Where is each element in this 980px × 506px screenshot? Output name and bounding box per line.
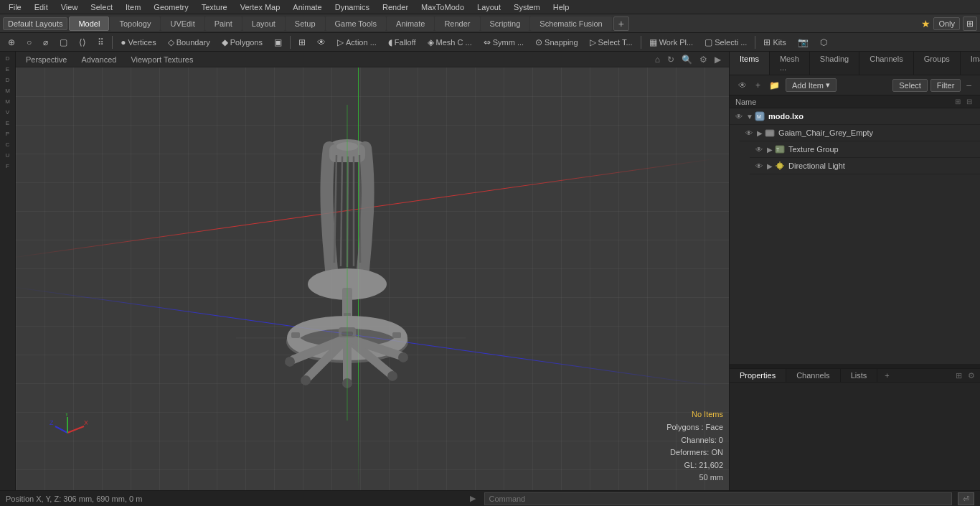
- right-tab-shading[interactable]: Shading: [810, 52, 859, 75]
- tool-circle[interactable]: ○: [22, 35, 37, 50]
- right-tab-groups[interactable]: Groups: [914, 52, 961, 75]
- left-tool-c[interactable]: C: [1, 139, 15, 149]
- prop-expand-icon[interactable]: ⊞: [953, 370, 964, 381]
- vp-zoom-icon[interactable]: 🔍: [679, 54, 694, 65]
- right-tab-mesh[interactable]: Mesh ...: [770, 52, 810, 75]
- menu-view[interactable]: View: [55, 1, 84, 13]
- tool-select-t[interactable]: ▷Select T...: [585, 35, 638, 50]
- items-add-icon[interactable]: +: [753, 79, 763, 92]
- menu-geometry[interactable]: Geometry: [148, 1, 194, 13]
- tab-model[interactable]: Model: [69, 17, 109, 31]
- menu-maxtomodo[interactable]: MaxToModo: [415, 1, 470, 13]
- tool-kits[interactable]: ⊞Kits: [758, 35, 791, 50]
- vp-tab-textures[interactable]: Viewport Textures: [126, 54, 197, 65]
- viewport-canvas[interactable]: X Z Y No Items Polygons : Face Channels:…: [16, 67, 729, 490]
- menu-select[interactable]: Select: [85, 1, 118, 13]
- menu-help[interactable]: Help: [547, 1, 575, 13]
- vp-tab-perspective[interactable]: Perspective: [22, 54, 71, 65]
- vp-home-icon[interactable]: ⌂: [653, 54, 662, 65]
- tool-camera[interactable]: 📷: [793, 35, 814, 50]
- prop-tab-lists[interactable]: Lists: [841, 369, 878, 382]
- tab-paint[interactable]: Paint: [205, 17, 242, 31]
- tool-polygons[interactable]: ◆Polygons: [217, 35, 268, 50]
- menu-texture[interactable]: Texture: [196, 1, 233, 13]
- items-filter-button[interactable]: Filter: [930, 79, 961, 92]
- vp-more-icon[interactable]: ▶: [712, 54, 723, 65]
- tool-uv[interactable]: ▣: [269, 35, 287, 50]
- item-vis-chair[interactable]: 👁: [743, 126, 755, 139]
- menu-edit[interactable]: Edit: [29, 1, 54, 13]
- tool-symm[interactable]: ⇔Symm ...: [479, 35, 529, 50]
- tool-selection[interactable]: ▢Selecti ...: [699, 35, 752, 50]
- tool-eye[interactable]: 👁: [312, 35, 331, 50]
- left-tool-dup[interactable]: D: [1, 75, 15, 85]
- add-item-button[interactable]: Add Item ▾: [786, 78, 837, 92]
- maximize-button[interactable]: ⊞: [963, 17, 977, 31]
- left-tool-e[interactable]: E: [1, 64, 15, 74]
- tool-dots[interactable]: ⠿: [93, 35, 109, 50]
- command-input[interactable]: [484, 492, 953, 505]
- viewport[interactable]: Perspective Advanced Viewport Textures ⌂…: [16, 52, 729, 490]
- menu-vertex-map[interactable]: Vertex Map: [235, 1, 286, 13]
- star-button[interactable]: ★: [921, 18, 930, 29]
- tool-select-rect[interactable]: ▢: [55, 35, 72, 50]
- right-tab-images[interactable]: Images: [961, 52, 980, 75]
- tab-uvedit[interactable]: UVEdit: [161, 17, 204, 31]
- left-tool-pol[interactable]: P: [1, 128, 15, 139]
- tool-vertices[interactable]: ●Vertices: [116, 35, 161, 50]
- tool-snapping[interactable]: ⊙Snapping: [530, 35, 583, 50]
- prop-add-tab-button[interactable]: +: [879, 369, 895, 382]
- tool-boundary[interactable]: ◇Boundary: [163, 35, 215, 50]
- prop-tab-properties[interactable]: Properties: [730, 369, 786, 382]
- items-eye-icon[interactable]: 👁: [735, 79, 750, 92]
- tab-render[interactable]: Render: [435, 17, 479, 31]
- item-row-light[interactable]: 👁 ▶ Directional Light: [750, 158, 980, 174]
- tool-cam-toggle[interactable]: ⊞: [293, 35, 311, 50]
- tool-transform[interactable]: ⊕: [3, 35, 20, 50]
- right-tab-items[interactable]: Items: [730, 52, 770, 75]
- prop-tab-channels[interactable]: Channels: [786, 369, 840, 382]
- left-tool-f[interactable]: F: [1, 161, 15, 171]
- only-button[interactable]: Only: [933, 17, 960, 30]
- prop-gear-icon[interactable]: ⚙: [966, 370, 977, 381]
- item-vis-root[interactable]: 👁: [732, 110, 745, 123]
- left-tool-v[interactable]: V: [1, 107, 15, 117]
- item-expand-texture[interactable]: ▶: [765, 143, 774, 156]
- menu-layout[interactable]: Layout: [471, 1, 507, 13]
- col-collapse-icon[interactable]: ⊟: [964, 97, 974, 106]
- item-expand-chair[interactable]: ▶: [755, 126, 764, 139]
- tool-falloff[interactable]: ◖Falloff: [383, 35, 421, 50]
- item-expand-root[interactable]: ▼: [745, 110, 754, 123]
- vp-rotate-icon[interactable]: ↻: [665, 54, 677, 65]
- tab-scripting[interactable]: Scripting: [481, 17, 530, 31]
- tab-layout[interactable]: Layout: [242, 17, 285, 31]
- tool-lasso[interactable]: ⌀: [38, 35, 53, 50]
- tab-schematic[interactable]: Schematic Fusion: [530, 17, 611, 31]
- menu-render[interactable]: Render: [377, 1, 414, 13]
- items-folder-icon[interactable]: 📁: [766, 79, 783, 92]
- vp-settings-icon[interactable]: ⚙: [697, 54, 710, 65]
- cmd-arrow-icon[interactable]: ▶: [470, 494, 476, 503]
- left-tool-d[interactable]: D: [1, 53, 15, 63]
- item-row-texture[interactable]: 👁 ▶ T Texture Group: [750, 141, 980, 158]
- menu-animate[interactable]: Animate: [287, 1, 327, 13]
- tab-setup[interactable]: Setup: [286, 17, 325, 31]
- item-vis-texture[interactable]: 👁: [753, 143, 765, 156]
- left-tool-m[interactable]: M: [1, 85, 15, 95]
- tab-topology[interactable]: Topology: [110, 17, 160, 31]
- tool-vr[interactable]: ⬡: [815, 35, 832, 50]
- col-expand-icon[interactable]: ⊞: [953, 97, 963, 106]
- items-select-button[interactable]: Select: [892, 79, 928, 92]
- tool-work-plane[interactable]: ▦Work Pl...: [644, 35, 698, 50]
- right-tab-channels[interactable]: Channels: [859, 52, 913, 75]
- tool-action[interactable]: ▷Action ...: [332, 35, 382, 50]
- item-row-chair[interactable]: 👁 ▶ Gaiam_Chair_Grey_Empty: [740, 125, 980, 141]
- menu-system[interactable]: System: [508, 1, 546, 13]
- tab-game-tools[interactable]: Game Tools: [326, 17, 387, 31]
- item-vis-light[interactable]: 👁: [753, 159, 765, 172]
- left-tool-uv[interactable]: U: [1, 150, 15, 160]
- tool-mesh-c[interactable]: ◈Mesh C ...: [423, 35, 477, 50]
- command-go-button[interactable]: ⏎: [958, 492, 974, 505]
- left-tool-mes[interactable]: M: [1, 96, 15, 106]
- menu-dynamics[interactable]: Dynamics: [329, 1, 375, 13]
